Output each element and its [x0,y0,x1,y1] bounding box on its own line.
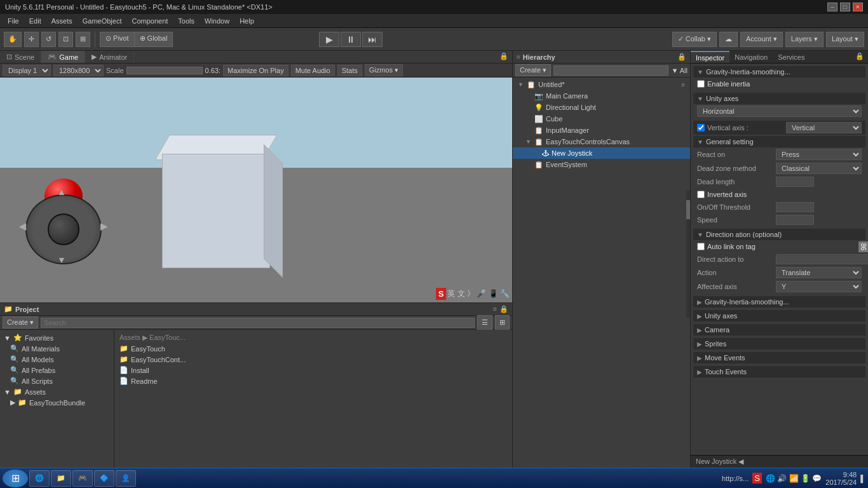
taskbar-show-desktop[interactable]: ▌ [860,475,865,482]
step-button[interactable]: ⏭ [362,32,383,47]
favorites-folder[interactable]: ▼ ⭐ Favorites [0,332,114,343]
taskbar-unity[interactable]: 🔷 [94,470,114,487]
move-events-header[interactable]: ▶ Move Events [693,352,865,363]
tab-animator[interactable]: ▶ Animator [85,51,134,63]
horizontal-dropdown[interactable]: Horizontal [697,105,862,117]
project-list-view[interactable]: ☰ [477,315,492,330]
start-button[interactable]: ⊞ [3,470,28,487]
tool-move[interactable]: ✛ [24,32,39,47]
react-on-dropdown[interactable]: Press [776,149,862,160]
menu-assets[interactable]: Assets [46,16,78,26]
menu-edit[interactable]: Edit [24,16,46,26]
project-create-button[interactable]: Create ▾ [3,316,38,329]
tab-navigation[interactable]: Navigation [729,51,773,63]
affected-axis-dropdown[interactable]: Y [776,281,862,292]
action-dropdown[interactable]: Translate [776,267,862,278]
inspector-scrollbar[interactable] [686,191,690,318]
easytouchbundle-folder[interactable]: ▶ 📁 EasyTouchBundle [0,397,114,408]
menu-gameobject[interactable]: GameObject [78,16,127,26]
enable-inertia-checkbox[interactable] [697,80,705,88]
project-options[interactable]: ≡ [493,305,497,313]
display-select[interactable]: Display 1 [3,65,51,76]
taskbar-easytouch[interactable]: 🎮 [72,470,93,487]
collab-button[interactable]: ✓ Collab ▾ [672,32,717,47]
asset-readme[interactable]: 📄 Readme [117,376,510,386]
touch-events-header[interactable]: ▶ Touch Events [693,366,865,377]
pivot-button[interactable]: ⊙ Pivot [100,32,135,46]
project-lock[interactable]: 🔒 [499,305,508,313]
minimize-button[interactable]: – [827,3,837,11]
on-off-input[interactable]: 0.5 [776,202,814,212]
menu-file[interactable]: File [3,16,24,26]
menu-window[interactable]: Window [200,16,234,26]
asset-install[interactable]: 📄 Install [117,365,510,376]
hier-untitled[interactable]: ▼ 📋 Untitled* ≡ [513,79,690,90]
layers-button[interactable]: Layers ▾ [785,32,824,47]
unity-axes-header[interactable]: ▼ Unity axes [693,93,865,104]
panel-lock-icon[interactable]: 🔒 [496,51,512,63]
tab-services[interactable]: Services [773,51,810,63]
hier-inputmanager[interactable]: 📋 InputManager [513,125,690,136]
general-header[interactable]: ▼ General setting [693,136,865,147]
dead-zone-dropdown[interactable]: Classical [776,163,862,174]
tool-rotate[interactable]: ↺ [41,32,56,47]
tab-scene[interactable]: ⊡ Scene [0,51,41,63]
asset-easytouchcont[interactable]: 📁 EasyTouchCont... [117,354,510,365]
taskbar-ie[interactable]: 🌐 [29,470,50,487]
tab-game[interactable]: 🎮 Game [41,51,85,63]
all-models-folder[interactable]: 🔍 All Models [0,354,114,365]
close-button[interactable]: ✕ [853,3,863,11]
maximize-button[interactable]: □ [840,3,850,11]
hier-new-joystick[interactable]: 🕹 New Joystick [513,147,690,159]
inverted-checkbox[interactable] [697,191,705,198]
hier-main-camera[interactable]: 📷 Main Camera [513,90,690,102]
mute-audio[interactable]: Mute Audio [291,65,335,76]
tab-inspector[interactable]: Inspector [691,51,729,63]
resolution-select[interactable]: 1280x800 [53,65,104,76]
hier-directional-light[interactable]: 💡 Directional Light [513,102,690,113]
play-button[interactable]: ▶ [319,32,339,47]
unity-axes2-header[interactable]: ▶ Unity axes [693,310,865,322]
direct-action-input[interactable]: Cube (T [776,254,868,264]
assets-folder[interactable]: ▼ 📁 Assets [0,386,114,397]
all-scripts-folder[interactable]: 🔍 All Scripts [0,376,114,386]
untitled-options[interactable]: ≡ [681,81,685,88]
menu-help[interactable]: Help [234,16,259,26]
menu-component[interactable]: Component [126,16,173,26]
global-button[interactable]: ⊕ Global [135,32,173,46]
project-grid-view[interactable]: ⊞ [495,315,510,330]
stats-button[interactable]: Stats [337,65,362,76]
project-search[interactable] [41,318,475,328]
camera-header[interactable]: ▶ Camera [693,324,865,336]
hier-event-system[interactable]: 📋 EventSystem [513,159,690,170]
tool-scale[interactable]: ⊡ [58,32,73,47]
gravity2-header[interactable]: ▶ Gravity-Inertia-smoothing... [693,296,865,308]
hierarchy-create-button[interactable]: Create ▾ [515,64,551,76]
maximize-on-play[interactable]: Maximize On Play [223,65,288,76]
tool-hand[interactable]: ✋ [4,32,22,47]
gizmos-button[interactable]: Gizmos ▾ [365,64,403,76]
account-button[interactable]: Account ▾ [740,32,783,47]
sprites-header[interactable]: ▶ Sprites [693,338,865,349]
asset-easytouch[interactable]: 📁 EasyTouch [117,343,510,354]
speed-input[interactable]: 1 [776,215,814,225]
all-materials-folder[interactable]: 🔍 All Materials [0,343,114,354]
hier-easytouch-canvas[interactable]: ▼ 📋 EasyTouchControlsCanvas [513,136,690,147]
hierarchy-search[interactable] [553,65,668,76]
layout-button[interactable]: Layout ▾ [826,32,864,47]
gravity-header[interactable]: ▼ Gravity-Inertia-smoothing... [693,66,865,78]
direction-header[interactable]: ▼ Direction ation (optional) [693,229,865,240]
hier-cube[interactable]: ⬜ Cube [513,113,690,125]
all-prefabs-folder[interactable]: 🔍 All Prefabs [0,365,114,376]
vertical-axis-checkbox[interactable] [697,124,705,132]
tool-rect[interactable]: ⊞ [76,32,90,47]
taskbar-s-icon[interactable]: S [752,473,762,484]
taskbar-explorer[interactable]: 📁 [51,470,71,487]
inspector-lock[interactable]: 🔒 [851,51,868,63]
scale-bar[interactable] [126,67,203,74]
pause-button[interactable]: ⏸ [341,32,361,47]
hierarchy-lock[interactable]: 🔒 [677,53,686,61]
menu-tools[interactable]: Tools [173,16,200,26]
vertical-axis-dropdown[interactable]: Vertical [786,122,862,133]
auto-link-checkbox[interactable] [697,243,705,250]
